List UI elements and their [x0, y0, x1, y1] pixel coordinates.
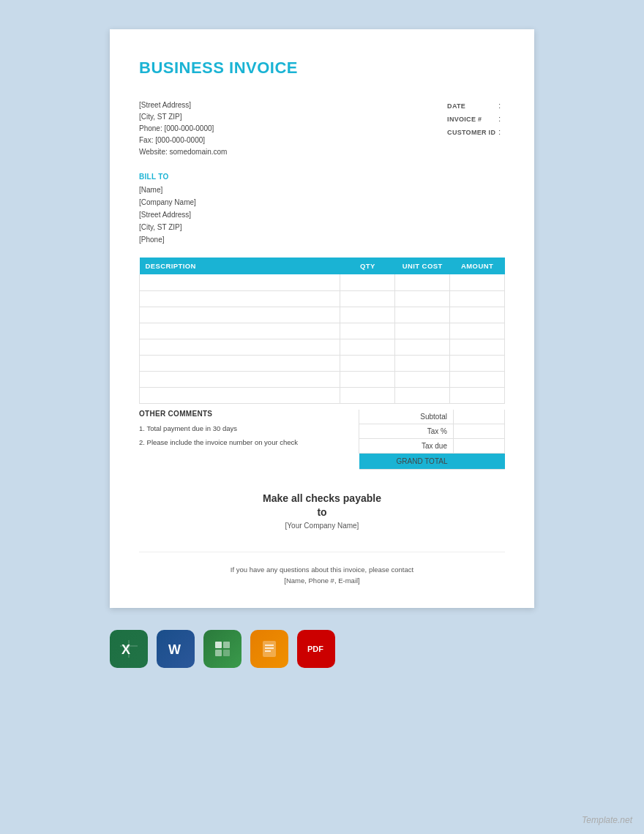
svg-text:PDF: PDF [307, 645, 323, 653]
pdf-icon[interactable]: PDF [297, 630, 335, 668]
row-description [140, 371, 340, 387]
date-colon: : [497, 99, 502, 113]
subtotal-row: Subtotal [359, 410, 505, 424]
pages-icon[interactable] [250, 630, 288, 668]
table-row [140, 307, 505, 323]
tax-row: Tax % [359, 424, 505, 438]
app-icons-section: X W [110, 630, 534, 668]
row-description [140, 339, 340, 355]
invoice-value [502, 113, 505, 126]
bill-to-section: BILL TO [Name] [Company Name] [Street Ad… [139, 173, 505, 246]
col-qty: QTY [340, 258, 395, 274]
table-row [140, 290, 505, 307]
footer-contact: If you have any questions about this inv… [139, 552, 505, 586]
row-qty [340, 371, 395, 387]
invoice-label: INVOICE # [446, 113, 497, 126]
comments-section: OTHER COMMENTS 1. Total payment due in 3… [139, 410, 359, 452]
header-section: [Street Address] [City, ST ZIP] Phone: [… [139, 99, 505, 158]
invoice-title: BUSINESS INVOICE [139, 59, 505, 78]
row-unit-cost [395, 355, 450, 371]
bill-name: [Name] [139, 184, 505, 196]
row-unit-cost [395, 339, 450, 355]
table-row [140, 387, 505, 403]
grand-total-row: GRAND TOTAL [359, 453, 505, 469]
row-description [140, 307, 340, 323]
table-row [140, 371, 505, 387]
svg-rect-4 [215, 642, 222, 648]
tax-label: Tax % [359, 424, 454, 438]
date-value [502, 99, 505, 113]
table-row [140, 323, 505, 339]
row-qty [340, 323, 395, 339]
company-website: Website: somedomain.com [139, 146, 227, 158]
row-amount [450, 387, 505, 403]
footer-line2: [Name, Phone #, E-mail] [139, 575, 505, 586]
payable-section: Make all checks payable to [Your Company… [139, 484, 505, 530]
table-row [140, 339, 505, 355]
row-description [140, 355, 340, 371]
date-label: DATE [446, 99, 497, 113]
numbers-icon[interactable] [203, 630, 242, 668]
grand-total-label: GRAND TOTAL [359, 453, 454, 469]
company-phone: Phone: [000-000-0000] [139, 123, 227, 135]
row-qty [340, 274, 395, 290]
row-description [140, 387, 340, 403]
row-description [140, 274, 340, 290]
row-amount [450, 371, 505, 387]
customer-id-value [502, 126, 505, 139]
subtotal-label: Subtotal [359, 410, 454, 424]
footer-line1: If you have any questions about this inv… [139, 564, 505, 575]
row-description [140, 290, 340, 307]
svg-rect-5 [223, 642, 230, 648]
company-fax: Fax: [000-000-0000] [139, 135, 227, 146]
row-amount [450, 355, 505, 371]
payable-line2: to [317, 506, 326, 518]
payable-text: Make all checks payable to [139, 492, 505, 520]
tax-due-row: Tax due [359, 438, 505, 453]
totals-table: Subtotal Tax % Tax due GRAND TOTAL [359, 410, 505, 470]
comment-item-2: 2. Please include the invoice number on … [139, 437, 344, 447]
customer-id-label: CUSTOMER ID [446, 126, 497, 139]
row-qty [340, 339, 395, 355]
bill-city-zip: [City, ST ZIP] [139, 221, 505, 233]
excel-icon[interactable]: X [110, 630, 148, 668]
bill-to-info: [Name] [Company Name] [Street Address] [… [139, 184, 505, 246]
invoice-colon: : [497, 113, 502, 126]
row-unit-cost [395, 323, 450, 339]
tax-due-label: Tax due [359, 438, 454, 453]
payable-company: [Your Company Name] [139, 522, 505, 530]
comment-item-1: 1. Total payment due in 30 days [139, 424, 344, 433]
row-unit-cost [395, 371, 450, 387]
table-row [140, 274, 505, 290]
row-amount [450, 339, 505, 355]
subtotal-value [454, 410, 505, 424]
row-amount [450, 307, 505, 323]
company-info: [Street Address] [City, ST ZIP] Phone: [… [139, 99, 227, 158]
watermark: Template.net [582, 815, 632, 825]
totals-section: OTHER COMMENTS 1. Total payment due in 3… [139, 410, 505, 470]
svg-text:W: W [168, 642, 181, 657]
svg-rect-7 [223, 650, 230, 656]
svg-rect-6 [215, 650, 222, 656]
row-amount [450, 290, 505, 307]
row-amount [450, 323, 505, 339]
col-amount: AMOUNT [450, 258, 505, 274]
bill-phone: [Phone] [139, 233, 505, 246]
bill-to-label: BILL TO [139, 173, 505, 181]
row-qty [340, 307, 395, 323]
company-city-zip: [City, ST ZIP] [139, 111, 227, 123]
col-unit-cost: UNIT COST [395, 258, 450, 274]
table-row [140, 355, 505, 371]
word-icon[interactable]: W [157, 630, 195, 668]
row-qty [340, 355, 395, 371]
row-qty [340, 387, 395, 403]
row-qty [340, 290, 395, 307]
meta-info: DATE : INVOICE # : CUSTOMER ID : [446, 99, 505, 158]
tax-value [454, 424, 505, 438]
bill-company: [Company Name] [139, 196, 505, 209]
customer-id-colon: : [497, 126, 502, 139]
row-amount [450, 274, 505, 290]
svg-rect-8 [263, 641, 276, 657]
comments-title: OTHER COMMENTS [139, 410, 344, 418]
row-unit-cost [395, 387, 450, 403]
